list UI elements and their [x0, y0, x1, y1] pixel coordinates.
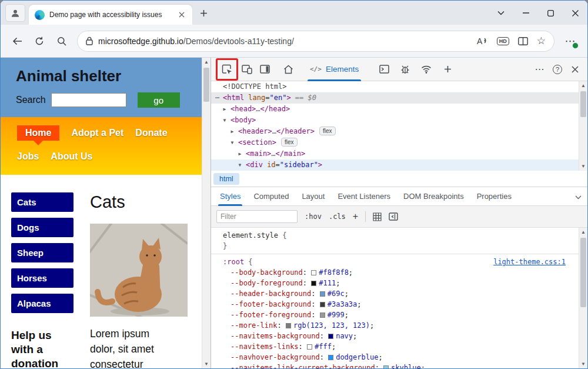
search-toolbar-icon[interactable] [51, 31, 72, 52]
device-emulation-button[interactable] [238, 61, 256, 78]
scroll-up-icon[interactable]: ▲ [581, 81, 586, 90]
stylesheet-link[interactable]: light-theme.css:1 [493, 257, 566, 267]
code-line[interactable]: ⋯<html lang="en"> == $0 [211, 92, 579, 104]
tab-elements[interactable]: </> Elements [303, 58, 366, 81]
nav-item-jobs[interactable]: Jobs [17, 149, 39, 164]
styles-scrollbar[interactable]: ▲ ▼ [579, 228, 587, 368]
grid-editor-icon[interactable] [373, 212, 382, 221]
minimize-button[interactable] [513, 2, 538, 24]
profile-button[interactable] [5, 4, 25, 22]
flex-badge[interactable]: flex [281, 138, 298, 147]
scroll-thumb[interactable] [580, 91, 586, 117]
nav-item-home[interactable]: Home [17, 125, 59, 141]
devtools-close-button[interactable] [566, 61, 584, 78]
color-swatch[interactable] [286, 323, 291, 328]
add-panel-button[interactable] [439, 61, 456, 78]
scroll-down-icon[interactable]: ▼ [204, 360, 209, 368]
hd-badge[interactable]: HD [497, 37, 509, 45]
color-swatch[interactable] [383, 365, 389, 368]
expand-arrow-icon[interactable]: ▶ [228, 126, 236, 137]
sidebar-item-dogs[interactable]: Dogs [11, 218, 74, 237]
toggle-sidebar-icon[interactable] [389, 212, 398, 221]
scroll-thumb[interactable] [203, 68, 209, 102]
new-style-rule-button[interactable]: + [353, 211, 358, 222]
dock-side-button[interactable] [256, 61, 273, 78]
element-classes-button[interactable]: .cls [329, 212, 346, 221]
code-line[interactable]: --more-link: rgb(123, 123, 123); [211, 320, 579, 331]
color-swatch[interactable] [311, 281, 316, 286]
code-line[interactable]: --navhover-background: dodgerblue; [211, 352, 579, 363]
sidebar-item-sheep[interactable]: Sheep [11, 243, 74, 262]
toggle-pseudo-state-button[interactable]: :hov [305, 212, 322, 221]
breadcrumb-html[interactable]: html [213, 173, 239, 185]
nav-item-adopt[interactable]: Adopt a Pet [71, 125, 123, 141]
sidebar-item-horses[interactable]: Horses [11, 268, 74, 288]
code-line[interactable]: :root {light-theme.css:1 [211, 257, 579, 267]
refresh-button[interactable] [29, 31, 50, 52]
code-line[interactable]: --footer-foreground: #999; [211, 310, 579, 320]
nav-item-about[interactable]: About Us [51, 149, 92, 164]
color-swatch[interactable] [320, 313, 325, 318]
flex-badge[interactable]: flex [319, 127, 336, 135]
code-line[interactable]: ▼<div id="sidebar"> [211, 159, 579, 171]
maximize-button[interactable] [538, 2, 563, 24]
favorites-star-icon[interactable]: ☆ [537, 36, 546, 46]
scroll-up-icon[interactable]: ▲ [204, 58, 209, 67]
overflow-menu-icon[interactable]: ⋯ [213, 92, 221, 104]
back-button[interactable] [6, 31, 28, 52]
issues-panel-button[interactable] [396, 61, 414, 78]
dom-scrollbar[interactable]: ▲ ▼ [579, 81, 587, 171]
browser-tab[interactable]: Demo page with accessibility issues [29, 5, 192, 25]
color-swatch[interactable] [320, 302, 325, 307]
split-screen-icon[interactable] [518, 37, 528, 45]
expand-arrow-icon[interactable]: ▶ [220, 104, 229, 115]
color-swatch[interactable] [307, 344, 312, 350]
url-text[interactable]: microsoftedge.github.io/Demos/devtools-a… [98, 36, 294, 46]
tab-layout[interactable]: Layout [295, 187, 331, 206]
expand-arrow-icon[interactable]: ▼ [228, 137, 236, 148]
code-line[interactable]: <!DOCTYPE html> [211, 81, 579, 92]
network-panel-button[interactable] [417, 61, 435, 78]
expand-arrow-icon[interactable]: ▼ [236, 159, 244, 171]
code-line[interactable]: --navitems-links: #fff; [211, 341, 579, 352]
tab-event-listeners[interactable]: Event Listeners [331, 187, 397, 206]
new-tab-button[interactable] [196, 5, 211, 21]
settings-more-button[interactable]: ⋯ [559, 31, 582, 52]
color-swatch[interactable] [320, 291, 325, 297]
tab-actions-chevron-icon[interactable] [489, 2, 513, 24]
expand-arrow-icon[interactable]: ▶ [236, 148, 244, 159]
tab-computed[interactable]: Computed [247, 187, 295, 206]
code-line[interactable]: ▶<head>…</head> [211, 104, 579, 115]
scroll-thumb[interactable] [580, 238, 586, 307]
nav-item-donate[interactable]: Donate [135, 125, 167, 141]
code-line[interactable]: --navitems-link-current-background: skyb… [211, 363, 579, 368]
welcome-home-button[interactable] [279, 61, 297, 78]
code-line[interactable]: --header-background: #69c; [211, 288, 579, 299]
styles-filter-input[interactable] [216, 210, 298, 223]
go-button[interactable]: go [138, 92, 180, 108]
sidebar-item-cats[interactable]: Cats [11, 192, 74, 212]
code-line[interactable]: --body-background: #f8f8f8; [211, 267, 579, 278]
tab-close-icon[interactable] [176, 9, 187, 20]
search-input[interactable] [51, 93, 126, 107]
code-line[interactable]: element.style { [211, 230, 579, 241]
address-bar[interactable]: microsoftedge.github.io/Demos/devtools-a… [77, 31, 554, 52]
code-line[interactable]: } [211, 241, 579, 251]
expand-arrow-icon[interactable]: ▼ [220, 115, 229, 126]
chevron-down-icon[interactable] [575, 191, 582, 202]
color-swatch[interactable] [328, 334, 333, 339]
scroll-up-icon[interactable]: ▲ [581, 228, 586, 237]
read-aloud-icon[interactable]: A [477, 36, 488, 45]
code-line[interactable]: ▼<body> [211, 115, 579, 126]
code-line[interactable]: --navitems-background: navy; [211, 331, 579, 341]
devtools-help-button[interactable]: ? [549, 61, 566, 78]
code-line[interactable]: ▶<main>…</main> [211, 148, 579, 159]
color-swatch[interactable] [311, 270, 316, 275]
devtools-more-button[interactable]: ⋯ [531, 61, 549, 78]
scroll-down-icon[interactable]: ▼ [581, 360, 586, 368]
code-line[interactable]: --body-foreground: #111; [211, 278, 579, 288]
code-line[interactable]: ▼<section>flex [211, 137, 579, 148]
tab-styles[interactable]: Styles [213, 187, 247, 206]
code-line[interactable]: ▶<header>…</header>flex [211, 126, 579, 137]
scroll-down-icon[interactable]: ▼ [581, 162, 586, 171]
